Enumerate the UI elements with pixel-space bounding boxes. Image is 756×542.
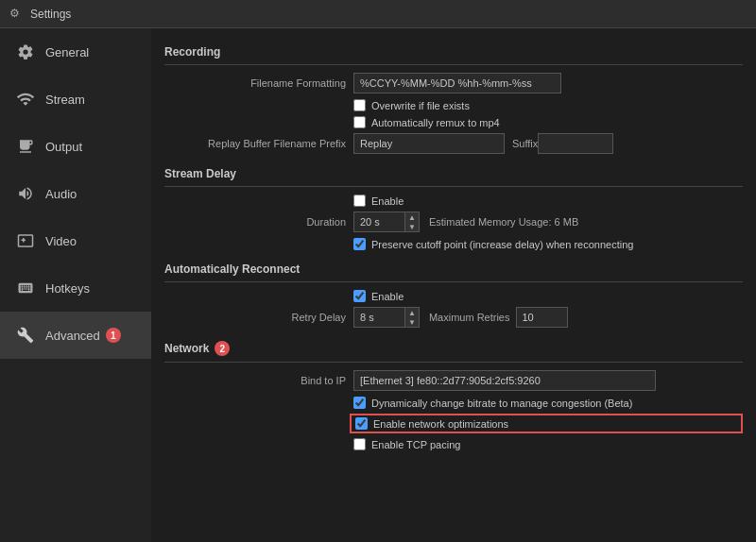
retry-delay-row: Retry Delay ▲ ▼ Maximum Retries xyxy=(164,307,743,328)
network-badge: 2 xyxy=(215,341,230,356)
stream-delay-title: Stream Delay xyxy=(164,167,236,180)
remux-label: Automatically remux to mp4 xyxy=(371,117,500,128)
tcp-pacing-checkbox[interactable] xyxy=(353,438,366,450)
overwrite-row: Overwrite if file exists xyxy=(164,99,743,111)
duration-row: Duration ▲ ▼ Estimated Memory Usage: 6 M… xyxy=(164,212,743,232)
gear-icon xyxy=(15,42,36,62)
video-icon xyxy=(15,230,36,251)
overwrite-checkbox[interactable] xyxy=(353,99,366,111)
dynamic-bitrate-label: Dynamically change bitrate to manage con… xyxy=(371,398,632,409)
content-area: Recording Filename Formatting Overwrite … xyxy=(151,28,756,542)
audio-icon xyxy=(15,183,36,204)
sidebar-item-stream[interactable]: Stream xyxy=(0,76,151,123)
network-title: Network xyxy=(164,342,209,355)
bind-ip-input[interactable] xyxy=(353,370,656,391)
stream-delay-enable-checkbox[interactable] xyxy=(353,195,366,207)
retry-delay-arrow-up[interactable]: ▲ xyxy=(405,308,419,317)
bind-ip-row: Bind to IP xyxy=(164,370,743,391)
stream-icon xyxy=(15,89,36,110)
duration-arrows: ▲ ▼ xyxy=(405,212,420,232)
reconnect-enable-label: Enable xyxy=(371,291,404,302)
sidebar-item-hotkeys[interactable]: Hotkeys xyxy=(0,264,151,312)
preserve-label: Preserve cutoff point (increase delay) w… xyxy=(371,239,633,250)
tcp-pacing-label: Enable TCP pacing xyxy=(371,439,460,450)
replay-input[interactable] xyxy=(353,133,505,154)
sidebar-item-general[interactable]: General xyxy=(0,28,151,76)
stream-delay-enable-row: Enable xyxy=(164,195,743,207)
sidebar-item-advanced-label: Advanced xyxy=(45,329,100,343)
sidebar-item-hotkeys-label: Hotkeys xyxy=(45,281,90,296)
preserve-row: Preserve cutoff point (increase delay) w… xyxy=(164,238,743,250)
replay-label: Replay Buffer Filename Prefix xyxy=(164,138,353,149)
max-retries-input[interactable] xyxy=(516,307,568,328)
advanced-icon xyxy=(15,325,36,346)
recording-title: Recording xyxy=(164,45,220,59)
retry-delay-arrow-down[interactable]: ▼ xyxy=(405,317,419,327)
remux-row: Automatically remux to mp4 xyxy=(164,116,743,128)
sidebar-item-output-label: Output xyxy=(45,140,82,154)
sidebar-item-audio[interactable]: Audio xyxy=(0,170,151,217)
title-bar-text: Settings xyxy=(30,8,71,21)
advanced-badge: 1 xyxy=(106,328,121,343)
stream-delay-section-header: Stream Delay xyxy=(164,160,743,187)
sidebar-item-output[interactable]: Output xyxy=(0,123,151,170)
remux-checkbox[interactable] xyxy=(353,116,366,128)
duration-arrow-down[interactable]: ▼ xyxy=(405,222,419,231)
network-opt-label: Enable network optimizations xyxy=(373,418,508,430)
network-opt-row: Enable network optimizations xyxy=(350,414,743,433)
reconnect-enable-checkbox[interactable] xyxy=(353,290,366,302)
auto-reconnect-section-header: Automatically Reconnect xyxy=(164,255,743,282)
stream-delay-enable-label: Enable xyxy=(371,195,404,207)
sidebar: General Stream Output xyxy=(0,28,151,542)
duration-input[interactable] xyxy=(353,212,405,232)
network-section-header: Network 2 xyxy=(164,333,743,363)
network-opt-checkbox[interactable] xyxy=(355,417,368,430)
retry-delay-spinbox: ▲ ▼ xyxy=(353,307,420,328)
reconnect-enable-row: Enable xyxy=(164,290,743,302)
retry-delay-input[interactable] xyxy=(353,307,405,328)
tcp-pacing-row: Enable TCP pacing xyxy=(164,438,743,450)
bind-ip-label: Bind to IP xyxy=(164,375,353,386)
settings-icon: ⚙ xyxy=(9,7,25,22)
filename-input[interactable] xyxy=(353,73,561,93)
auto-reconnect-section: Automatically Reconnect Enable Retry Del… xyxy=(164,255,743,328)
filename-row: Filename Formatting xyxy=(164,73,743,93)
auto-reconnect-title: Automatically Reconnect xyxy=(164,263,300,276)
sidebar-item-audio-label: Audio xyxy=(45,187,77,201)
duration-arrow-up[interactable]: ▲ xyxy=(405,212,419,222)
recording-section-header: Recording xyxy=(164,38,743,65)
suffix-input[interactable] xyxy=(538,133,613,154)
dynamic-bitrate-row: Dynamically change bitrate to manage con… xyxy=(164,397,743,409)
network-section: Network 2 Bind to IP Dynamically change … xyxy=(164,333,743,450)
retry-delay-arrows: ▲ ▼ xyxy=(405,307,420,328)
title-bar: ⚙ Settings xyxy=(0,0,756,28)
duration-label: Duration xyxy=(164,216,353,228)
retry-delay-label: Retry Delay xyxy=(164,312,353,323)
overwrite-label: Overwrite if file exists xyxy=(371,100,470,111)
main-layout: General Stream Output xyxy=(0,28,756,542)
hotkeys-icon xyxy=(15,278,36,298)
recording-section: Recording Filename Formatting Overwrite … xyxy=(164,38,743,154)
sidebar-item-stream-label: Stream xyxy=(45,93,85,107)
preserve-checkbox[interactable] xyxy=(353,238,366,250)
sidebar-item-video[interactable]: Video xyxy=(0,217,151,264)
suffix-label: Suffix xyxy=(512,138,538,149)
dynamic-bitrate-checkbox[interactable] xyxy=(353,397,366,409)
stream-delay-section: Stream Delay Enable Duration ▲ ▼ Estimat… xyxy=(164,160,743,250)
max-retries-label: Maximum Retries xyxy=(429,312,510,323)
replay-row: Replay Buffer Filename Prefix Suffix xyxy=(164,133,743,154)
sidebar-item-video-label: Video xyxy=(45,234,77,248)
sidebar-item-general-label: General xyxy=(45,45,89,59)
sidebar-item-advanced[interactable]: Advanced 1 xyxy=(0,312,151,359)
memory-label: Estimated Memory Usage: 6 MB xyxy=(429,216,578,228)
duration-spinbox: ▲ ▼ xyxy=(353,212,420,232)
filename-label: Filename Formatting xyxy=(164,77,353,89)
output-icon xyxy=(15,136,36,157)
